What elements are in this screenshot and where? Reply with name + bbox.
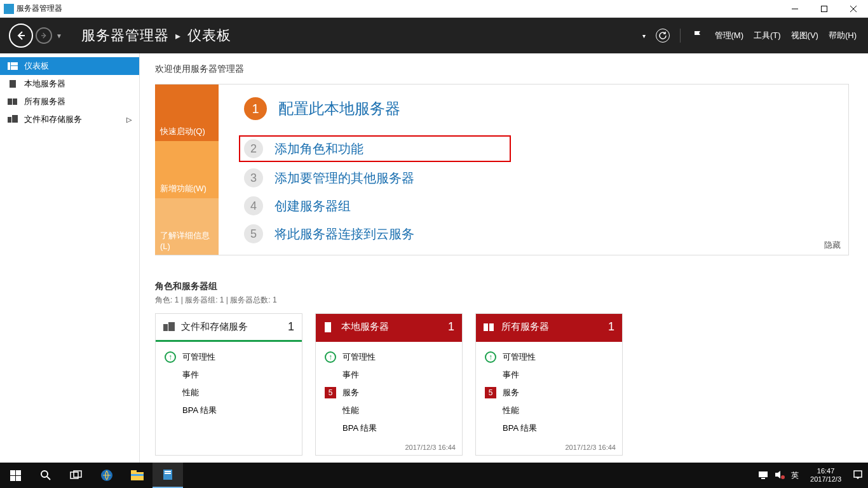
window-titlebar: 服务器管理器 <box>0 0 868 18</box>
tray-notifications-icon[interactable] <box>853 470 863 481</box>
tile-row[interactable]: ↑可管理性 <box>325 348 453 366</box>
quickstart-panel: 快速启动(Q) 新增功能(W) 了解详细信息(L) 1 配置此本地服务器 2 添… <box>155 84 849 255</box>
svg-rect-13 <box>12 115 18 123</box>
tile-all-servers[interactable]: 所有服务器 1 ↑可管理性 事件 5服务 性能 BPA 结果 2017/12/3… <box>475 313 623 456</box>
sidebar-item-label: 所有服务器 <box>24 96 65 107</box>
svg-rect-33 <box>165 473 171 474</box>
hide-link[interactable]: 隐藏 <box>824 240 841 251</box>
row-label: 可管理性 <box>342 351 376 363</box>
step-connect-cloud[interactable]: 5 将此服务器连接到云服务 <box>244 224 838 243</box>
sidebar-item-storage[interactable]: 文件和存储服务 ▷ <box>0 111 139 128</box>
step-number: 3 <box>244 168 263 187</box>
svg-rect-30 <box>131 474 144 476</box>
status-none <box>325 369 336 381</box>
chevron-right-icon: ▷ <box>126 116 132 124</box>
nav-back-button[interactable] <box>9 24 33 48</box>
tile-row[interactable]: 事件 <box>165 366 293 384</box>
sidebar-item-label: 仪表板 <box>24 60 49 72</box>
svg-marker-36 <box>775 471 780 478</box>
tab-whatsnew[interactable]: 新增功能(W) <box>155 141 219 198</box>
start-button[interactable] <box>0 463 31 488</box>
tile-row[interactable]: 性能 <box>165 384 293 402</box>
svg-rect-9 <box>10 80 16 88</box>
tile-row[interactable]: BPA 结果 <box>485 419 613 437</box>
tray-clock[interactable]: 16:47 2017/12/3 <box>805 467 846 484</box>
maximize-button[interactable] <box>810 0 839 18</box>
clock-date: 2017/12/3 <box>810 475 841 484</box>
tray-network-icon[interactable] <box>758 470 768 480</box>
tile-storage[interactable]: 文件和存储服务 1 ↑可管理性 事件 性能 BPA 结果 <box>155 313 302 456</box>
tab-learn-more[interactable]: 了解详细信息(L) <box>155 198 219 255</box>
tile-timestamp <box>156 423 302 430</box>
chevron-right-icon: ▸ <box>175 30 181 42</box>
tile-row[interactable]: BPA 结果 <box>325 419 453 437</box>
menu-manage[interactable]: 管理(M) <box>715 30 744 41</box>
svg-rect-7 <box>11 62 18 65</box>
tile-row[interactable]: 性能 <box>485 402 613 419</box>
step-number: 1 <box>244 97 267 120</box>
tile-local-server[interactable]: 本地服务器 1 ↑可管理性 事件 5服务 性能 BPA 结果 2017/12/3… <box>315 313 463 456</box>
close-button[interactable] <box>839 0 868 18</box>
step-create-group[interactable]: 4 创建服务器组 <box>244 196 838 215</box>
menu-view[interactable]: 视图(V) <box>791 30 818 41</box>
servers-icon <box>8 97 18 106</box>
row-label: 可管理性 <box>182 351 215 363</box>
tab-quickstart[interactable]: 快速启动(Q) <box>155 85 219 141</box>
row-label: 性能 <box>342 405 359 416</box>
menu-help[interactable]: 帮助(H) <box>829 30 857 41</box>
quickstart-content: 1 配置此本地服务器 2 添加角色和功能 3 添加要管理的其他服务器 4 创建服… <box>219 85 848 255</box>
task-view-button[interactable] <box>61 463 92 488</box>
roles-section-title: 角色和服务器组 <box>155 281 849 292</box>
tile-count: 1 <box>448 320 454 334</box>
step-configure-server[interactable]: 1 配置此本地服务器 <box>244 97 838 120</box>
tray-ime[interactable]: 英 <box>791 470 799 481</box>
taskbar-server-manager[interactable] <box>153 463 183 488</box>
tile-count: 1 <box>608 320 614 334</box>
flag-icon[interactable] <box>691 29 705 43</box>
header-dropdown-icon[interactable]: ▾ <box>642 32 646 39</box>
tray-volume-icon[interactable] <box>775 470 785 480</box>
row-label: 服务 <box>342 387 359 398</box>
refresh-button[interactable] <box>656 29 670 43</box>
svg-rect-29 <box>131 470 137 473</box>
taskbar-explorer[interactable] <box>122 463 153 488</box>
sidebar-item-dashboard[interactable]: 仪表板 <box>0 57 139 75</box>
status-badge: 5 <box>485 387 496 398</box>
tab-label: 快速启动(Q) <box>160 126 205 137</box>
row-label: BPA 结果 <box>182 405 217 416</box>
roles-section-subtitle: 角色: 1 | 服务器组: 1 | 服务器总数: 1 <box>155 295 849 306</box>
tile-row[interactable]: 事件 <box>485 366 613 384</box>
search-button[interactable] <box>31 463 61 488</box>
tile-row[interactable]: BPA 结果 <box>165 402 293 419</box>
sidebar-item-local-server[interactable]: 本地服务器 <box>0 75 139 93</box>
tile-row[interactable]: ↑可管理性 <box>165 348 293 366</box>
minimize-button[interactable] <box>780 0 810 18</box>
tile-title: 文件和存储服务 <box>181 321 248 333</box>
taskbar-ie[interactable] <box>92 463 122 488</box>
tile-row[interactable]: 性能 <box>325 402 453 419</box>
step-add-roles[interactable]: 2 添加角色和功能 <box>239 135 511 162</box>
tile-row[interactable]: 5服务 <box>325 384 453 402</box>
step-add-servers[interactable]: 3 添加要管理的其他服务器 <box>244 168 838 187</box>
servers-icon <box>484 322 495 332</box>
step-label: 添加角色和功能 <box>275 140 363 158</box>
svg-line-24 <box>47 477 50 480</box>
nav-forward-button[interactable] <box>36 27 52 44</box>
tile-row[interactable]: ↑可管理性 <box>485 348 613 366</box>
storage-icon <box>163 322 175 332</box>
status-up-icon: ↑ <box>165 351 176 363</box>
tile-row[interactable]: 5服务 <box>485 384 613 402</box>
step-label: 添加要管理的其他服务器 <box>275 170 414 187</box>
svg-rect-15 <box>168 322 175 331</box>
breadcrumb-root[interactable]: 服务器管理器 <box>81 26 169 45</box>
separator <box>680 29 681 43</box>
status-none <box>165 369 176 381</box>
row-label: 可管理性 <box>503 351 536 363</box>
tile-title: 本地服务器 <box>341 321 389 333</box>
tiles-row: 文件和存储服务 1 ↑可管理性 事件 性能 BPA 结果 本地服务器 1 <box>155 313 849 456</box>
tile-body: ↑可管理性 事件 5服务 性能 BPA 结果 <box>316 342 462 441</box>
tile-row[interactable]: 事件 <box>325 366 453 384</box>
nav-dropdown-icon[interactable]: ▼ <box>56 32 62 39</box>
sidebar-item-all-servers[interactable]: 所有服务器 <box>0 93 139 111</box>
menu-tools[interactable]: 工具(T) <box>754 30 781 41</box>
